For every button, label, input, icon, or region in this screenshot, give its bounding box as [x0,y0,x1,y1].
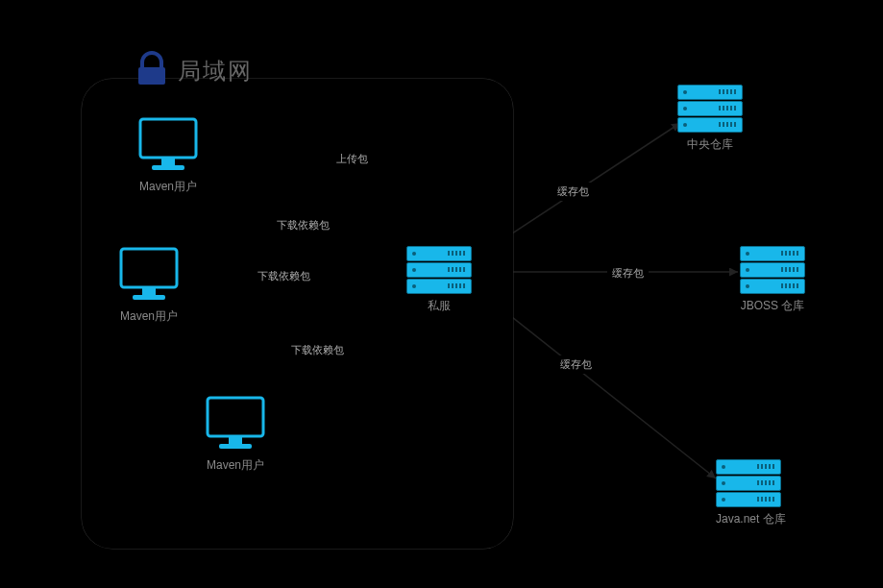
server-icon [406,246,472,294]
svg-rect-9 [121,249,177,287]
edge-download-3: 下载依赖包 [286,341,349,359]
maven-user-1: Maven用户 [135,115,202,195]
edge-cache-3: 缓存包 [555,355,597,374]
monitor-icon [135,115,202,175]
maven-user-3: Maven用户 [202,394,269,474]
svg-rect-14 [219,444,252,449]
monitor-icon [115,245,183,305]
svg-rect-7 [161,158,175,165]
monitor-icon [202,394,269,453]
edge-download-1: 下载依赖包 [272,216,334,234]
svg-rect-8 [152,165,184,170]
svg-rect-11 [133,295,165,300]
javanet-repo-label: Java.net 仓库 [716,511,786,527]
lock-icon [133,50,171,88]
maven-user-2: Maven用户 [115,245,183,325]
edge-cache-1: 缓存包 [552,183,594,201]
private-server-label: 私服 [406,298,472,314]
svg-rect-13 [229,436,242,444]
svg-rect-6 [140,119,196,158]
svg-rect-10 [142,287,156,295]
diagram-stage: 局域网 Maven用户 Maven用户 Maven用户 私服 [0,0,883,588]
jboss-repo: JBOSS 仓库 [740,246,805,314]
javanet-repo: Java.net 仓库 [716,459,786,527]
jboss-repo-label: JBOSS 仓库 [740,298,805,314]
server-icon [677,85,743,133]
central-repo-label: 中央仓库 [677,136,743,153]
edge-cache-2: 缓存包 [607,264,649,282]
server-icon [716,459,786,507]
maven-user-2-label: Maven用户 [115,308,183,325]
central-repo: 中央仓库 [677,85,743,153]
maven-user-3-label: Maven用户 [202,457,269,474]
maven-user-1-label: Maven用户 [135,179,202,195]
svg-rect-12 [208,398,263,436]
edge-upload: 上传包 [331,150,373,168]
svg-rect-5 [138,67,165,85]
lan-title: 局域网 [178,56,253,86]
server-icon [740,246,805,294]
edge-download-2: 下载依赖包 [253,267,315,285]
private-server: 私服 [406,246,472,314]
